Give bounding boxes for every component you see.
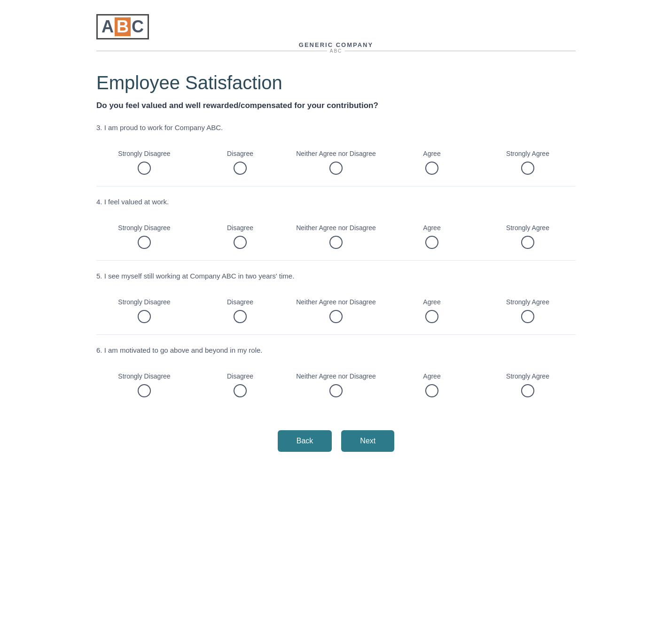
likert-radio-q5-disagree[interactable]: [234, 310, 247, 323]
likert-radio-q3-disagree[interactable]: [234, 162, 247, 175]
likert-label-q4-disagree: Disagree: [227, 215, 253, 232]
likert-radio-q4-strongly_agree[interactable]: [521, 236, 534, 249]
likert-option-q6-strongly_disagree: Strongly Disagree: [96, 364, 192, 397]
likert-label-q6-neutral: Neither Agree nor Disagree: [296, 364, 376, 380]
likert-radio-q5-agree[interactable]: [425, 310, 438, 323]
likert-option-q4-strongly_agree: Strongly Agree: [480, 215, 576, 249]
likert-row-q5: Strongly DisagreeDisagreeNeither Agree n…: [96, 289, 576, 323]
likert-option-q4-disagree: Disagree: [192, 215, 288, 249]
nav-buttons: Back Next: [96, 416, 576, 452]
likert-radio-q5-strongly_disagree[interactable]: [138, 310, 151, 323]
question-text-q3: 3. I am proud to work for Company ABC.: [96, 124, 576, 132]
likert-option-q3-strongly_agree: Strongly Agree: [480, 141, 576, 175]
question-text-q4: 4. I feel valued at work.: [96, 198, 576, 206]
likert-label-q5-neutral: Neither Agree nor Disagree: [296, 289, 376, 306]
likert-label-q3-strongly_agree: Strongly Agree: [506, 141, 549, 158]
likert-radio-q3-strongly_disagree[interactable]: [138, 162, 151, 175]
likert-radio-q6-strongly_disagree[interactable]: [138, 384, 151, 397]
likert-option-q5-neutral: Neither Agree nor Disagree: [288, 289, 384, 323]
likert-row-q6: Strongly DisagreeDisagreeNeither Agree n…: [96, 364, 576, 397]
survey-title: Employee Satisfaction: [96, 72, 576, 93]
page-wrapper: A B C Generic Company ABC Employee Satis…: [78, 0, 594, 466]
likert-label-q5-strongly_disagree: Strongly Disagree: [118, 289, 170, 306]
likert-option-q6-strongly_agree: Strongly Agree: [480, 364, 576, 397]
next-button[interactable]: Next: [341, 430, 394, 452]
question-divider: [96, 334, 576, 335]
likert-label-q4-strongly_disagree: Strongly Disagree: [118, 215, 170, 232]
likert-row-q4: Strongly DisagreeDisagreeNeither Agree n…: [96, 215, 576, 249]
likert-option-q3-strongly_disagree: Strongly Disagree: [96, 141, 192, 175]
likert-radio-q5-strongly_agree[interactable]: [521, 310, 534, 323]
likert-option-q5-disagree: Disagree: [192, 289, 288, 323]
likert-label-q3-disagree: Disagree: [227, 141, 253, 158]
likert-radio-q4-disagree[interactable]: [234, 236, 247, 249]
logo-company-name: Generic Company: [96, 41, 576, 48]
likert-label-q3-neutral: Neither Agree nor Disagree: [296, 141, 376, 158]
question-block-q6: 6. I am motivated to go above and beyond…: [96, 346, 576, 397]
likert-label-q3-strongly_disagree: Strongly Disagree: [118, 141, 170, 158]
likert-option-q3-neutral: Neither Agree nor Disagree: [288, 141, 384, 175]
likert-label-q6-strongly_agree: Strongly Agree: [506, 364, 549, 380]
likert-radio-q4-agree[interactable]: [425, 236, 438, 249]
likert-option-q4-strongly_disagree: Strongly Disagree: [96, 215, 192, 249]
likert-option-q6-neutral: Neither Agree nor Disagree: [288, 364, 384, 397]
likert-radio-q6-neutral[interactable]: [329, 384, 343, 397]
likert-radio-q4-strongly_disagree[interactable]: [138, 236, 151, 249]
question-text-q5: 5. I see myself still working at Company…: [96, 272, 576, 280]
likert-radio-q6-strongly_agree[interactable]: [521, 384, 534, 397]
likert-label-q6-strongly_disagree: Strongly Disagree: [118, 364, 170, 380]
likert-option-q3-disagree: Disagree: [192, 141, 288, 175]
likert-option-q6-agree: Agree: [384, 364, 480, 397]
likert-option-q6-disagree: Disagree: [192, 364, 288, 397]
likert-radio-q6-disagree[interactable]: [234, 384, 247, 397]
question-divider: [96, 260, 576, 261]
section-heading: Do you feel valued and well rewarded/com…: [96, 101, 576, 110]
likert-option-q4-neutral: Neither Agree nor Disagree: [288, 215, 384, 249]
likert-label-q6-agree: Agree: [423, 364, 440, 380]
likert-row-q3: Strongly DisagreeDisagreeNeither Agree n…: [96, 141, 576, 175]
logo-box: A B C: [96, 14, 149, 39]
question-block-q3: 3. I am proud to work for Company ABC.St…: [96, 124, 576, 175]
likert-option-q4-agree: Agree: [384, 215, 480, 249]
likert-label-q4-strongly_agree: Strongly Agree: [506, 215, 549, 232]
likert-option-q3-agree: Agree: [384, 141, 480, 175]
likert-label-q5-disagree: Disagree: [227, 289, 253, 306]
likert-label-q4-agree: Agree: [423, 215, 440, 232]
logo-letter-c: C: [132, 18, 144, 35]
likert-radio-q3-neutral[interactable]: [329, 162, 343, 175]
logo-letter-b: B: [115, 17, 131, 36]
likert-option-q5-strongly_agree: Strongly Agree: [480, 289, 576, 323]
back-button[interactable]: Back: [278, 430, 332, 452]
likert-radio-q6-agree[interactable]: [425, 384, 438, 397]
questions-container: 3. I am proud to work for Company ABC.St…: [96, 124, 576, 397]
likert-radio-q5-neutral[interactable]: [329, 310, 343, 323]
likert-option-q5-strongly_disagree: Strongly Disagree: [96, 289, 192, 323]
question-divider: [96, 186, 576, 186]
question-block-q5: 5. I see myself still working at Company…: [96, 272, 576, 323]
logo-area: A B C Generic Company ABC: [96, 14, 576, 54]
question-block-q4: 4. I feel valued at work.Strongly Disagr…: [96, 198, 576, 249]
logo-sub: ABC: [96, 48, 576, 54]
likert-label-q6-disagree: Disagree: [227, 364, 253, 380]
likert-label-q4-neutral: Neither Agree nor Disagree: [296, 215, 376, 232]
likert-option-q5-agree: Agree: [384, 289, 480, 323]
likert-radio-q3-strongly_agree[interactable]: [521, 162, 534, 175]
likert-label-q5-strongly_agree: Strongly Agree: [506, 289, 549, 306]
likert-radio-q3-agree[interactable]: [425, 162, 438, 175]
likert-label-q3-agree: Agree: [423, 141, 440, 158]
likert-label-q5-agree: Agree: [423, 289, 440, 306]
logo-letter-a: A: [102, 18, 114, 35]
question-text-q6: 6. I am motivated to go above and beyond…: [96, 346, 576, 354]
likert-radio-q4-neutral[interactable]: [329, 236, 343, 249]
